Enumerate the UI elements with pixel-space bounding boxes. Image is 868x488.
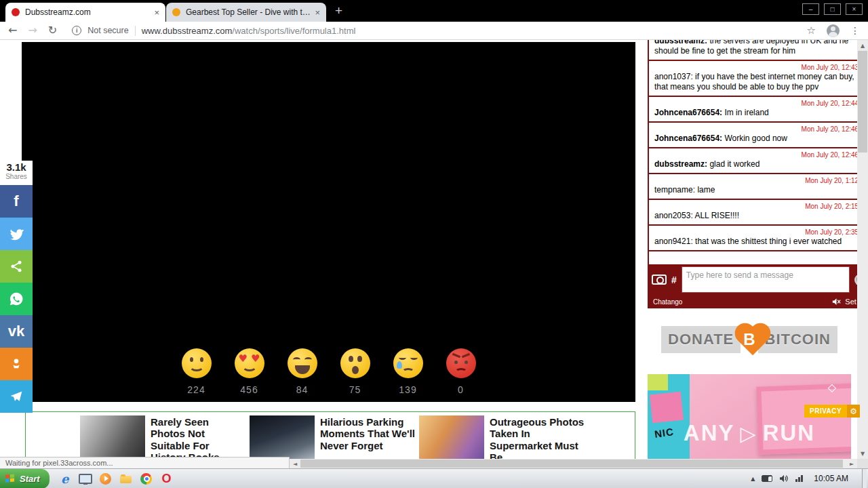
- omnibox-actions: ☆ ⋮: [807, 24, 860, 37]
- reaction-love[interactable]: ♥♥456: [232, 348, 267, 395]
- gear-icon[interactable]: ⚙: [847, 405, 860, 418]
- ad-item[interactable]: Hilarious Parking Moments That We'll Nev…: [250, 415, 415, 459]
- vertical-scrollbar[interactable]: ▲ ▼: [857, 40, 868, 459]
- my-computer-taskbar-icon[interactable]: [78, 471, 93, 486]
- odnoklassniki-share-button[interactable]: [0, 348, 33, 380]
- tabs-strip: Dubsstreamz.com×Gearbest Top Seller - Di…: [5, 3, 327, 22]
- angry-emoji-icon: [446, 348, 476, 378]
- show-desktop-button[interactable]: [862, 469, 867, 488]
- browser-menu-icon[interactable]: ⋮: [850, 25, 860, 36]
- camera-icon[interactable]: [652, 274, 667, 285]
- status-bubble: Waiting for pixel.33across.com...: [0, 457, 290, 469]
- wow-emoji-icon: [340, 348, 370, 378]
- chat-timestamp: Mon July 20, 1:12:48: [654, 176, 868, 185]
- tab-favicon: [172, 8, 180, 16]
- chatango-brand[interactable]: Chatango: [653, 298, 832, 306]
- share-count-box: 3.1k Shares: [0, 161, 33, 185]
- url-path: /watch/sports/live/formula1.html: [232, 26, 355, 36]
- browser-tab-0[interactable]: Dubsstreamz.com×: [5, 3, 165, 22]
- chat-username: dubsstreamz:: [654, 40, 707, 45]
- ad-item[interactable]: Rarely Seen Photos Not Suitable For Hist…: [80, 415, 245, 459]
- hidden-icons-tray-icon[interactable]: ▲: [751, 476, 755, 482]
- scrollbar-corner: [857, 459, 868, 468]
- facebook-share-button[interactable]: f: [0, 185, 33, 218]
- night-street-ad-image: [250, 415, 315, 459]
- vertical-scroll-thumb[interactable]: [858, 51, 867, 152]
- facebook-icon: f: [14, 192, 18, 210]
- chat-username: Johncena676654:: [654, 108, 722, 117]
- chat-panel: dubsstreamz: the servers are deployed in…: [648, 40, 868, 308]
- forward-icon[interactable]: →: [28, 25, 37, 36]
- smile-emoji-icon: [182, 348, 212, 378]
- back-icon[interactable]: ←: [8, 25, 17, 36]
- share-buttons: fvk: [0, 185, 33, 413]
- video-player[interactable]: 224♥♥45684751390: [22, 42, 635, 402]
- privacy-chip[interactable]: PRIVACY ⚙: [804, 405, 860, 418]
- close-button[interactable]: ×: [846, 3, 863, 15]
- tab-title: Dubsstreamz.com: [25, 7, 150, 17]
- new-tab-button[interactable]: +: [335, 4, 342, 17]
- whatsapp-share-button[interactable]: [0, 283, 33, 315]
- opera-taskbar-icon[interactable]: O: [159, 471, 174, 486]
- scroll-down-arrow[interactable]: ▼: [857, 448, 868, 459]
- mute-icon[interactable]: [832, 298, 841, 306]
- chat-username: anon1037:: [654, 72, 693, 81]
- reaction-count: 0: [443, 384, 479, 395]
- tab-close-icon[interactable]: ×: [154, 7, 159, 18]
- anyrun-watermark: ANY▷RUN: [648, 420, 851, 446]
- chat-text: that was the shittest thing i ever watch…: [695, 237, 842, 246]
- media-player-taskbar-icon[interactable]: [98, 471, 113, 486]
- scroll-up-arrow[interactable]: ▲: [857, 40, 868, 51]
- reload-icon[interactable]: ↻: [48, 25, 57, 36]
- reaction-wow[interactable]: 75: [338, 348, 373, 395]
- chat-messages: dubsstreamz: the servers are deployed in…: [648, 40, 868, 264]
- tab-bar: Dubsstreamz.com×Gearbest Top Seller - Di…: [0, 0, 868, 22]
- horizontal-scroll-thumb[interactable]: [300, 460, 843, 468]
- volume-tray-icon[interactable]: [779, 474, 789, 483]
- privacy-label: PRIVACY: [804, 405, 847, 418]
- scroll-right-arrow[interactable]: ►: [846, 459, 857, 468]
- chat-message: Mon July 20, 2:35:35anon9421: that was t…: [649, 226, 868, 251]
- bookmark-star-icon[interactable]: ☆: [807, 24, 816, 37]
- folder-taskbar-icon[interactable]: [119, 471, 134, 486]
- vk-share-button[interactable]: vk: [0, 315, 33, 348]
- reaction-laugh[interactable]: 84: [285, 348, 320, 395]
- chat-message: Mon July 20, 12:46:15Johncena676654: Wor…: [649, 123, 868, 148]
- reaction-count: 84: [285, 384, 320, 395]
- network-tray-icon[interactable]: [795, 475, 803, 482]
- internet-explorer-taskbar-icon[interactable]: e: [58, 471, 73, 486]
- tab-close-icon[interactable]: ×: [315, 7, 320, 18]
- url-field[interactable]: i Not secure www.dubsstreamz.com/watch/s…: [72, 26, 795, 36]
- donate-bitcoin-banner[interactable]: DONATE B BITCOIN: [661, 320, 837, 359]
- maximize-button[interactable]: □: [824, 3, 841, 15]
- scroll-left-arrow[interactable]: ◄: [290, 459, 300, 468]
- bitcoin-heart-icon: B: [731, 320, 767, 359]
- info-icon[interactable]: i: [72, 26, 81, 35]
- chat-username: Johncena676654:: [654, 134, 722, 143]
- keyboard-tray-icon[interactable]: [762, 475, 772, 482]
- chat-message-input[interactable]: [682, 266, 850, 293]
- reactions-row: 224♥♥45684751390: [22, 348, 635, 395]
- chat-message: Mon July 20, 12:46:47dubsstreamz: glad i…: [649, 148, 868, 174]
- address-bar: ← → ↻ i Not secure www.dubsstreamz.com/w…: [0, 22, 868, 40]
- minimize-button[interactable]: –: [802, 3, 819, 15]
- start-button[interactable]: Start: [0, 469, 50, 488]
- ad-item[interactable]: Outrageous Photos Taken In Supermarket M…: [419, 415, 585, 459]
- telegram-share-button[interactable]: [0, 380, 33, 413]
- chrome-taskbar-icon[interactable]: [139, 471, 154, 486]
- reaction-smile[interactable]: 224: [179, 348, 214, 395]
- taskbar-clock[interactable]: 10:05 AM: [814, 474, 848, 483]
- sharethis-share-button[interactable]: [0, 250, 33, 283]
- sticky-note-icon: [648, 374, 668, 390]
- reaction-cry[interactable]: 139: [391, 348, 426, 395]
- profile-avatar[interactable]: [827, 24, 840, 37]
- chat-timestamp: Mon July 20, 12:46:47: [654, 150, 868, 159]
- windows-flag-icon: [5, 474, 16, 484]
- chat-username: dubsstreamz:: [654, 159, 707, 169]
- twitter-share-button[interactable]: [0, 218, 33, 250]
- chat-message: Mon July 20, 12:44:26Johncena676654: Im …: [649, 97, 868, 123]
- browser-tab-1[interactable]: Gearbest Top Seller - Dive with the C×: [166, 3, 326, 22]
- reaction-angry[interactable]: 0: [443, 348, 479, 395]
- url-text[interactable]: www.dubsstreamz.com/watch/sports/live/fo…: [142, 26, 356, 36]
- hashtag-icon[interactable]: #: [671, 274, 677, 285]
